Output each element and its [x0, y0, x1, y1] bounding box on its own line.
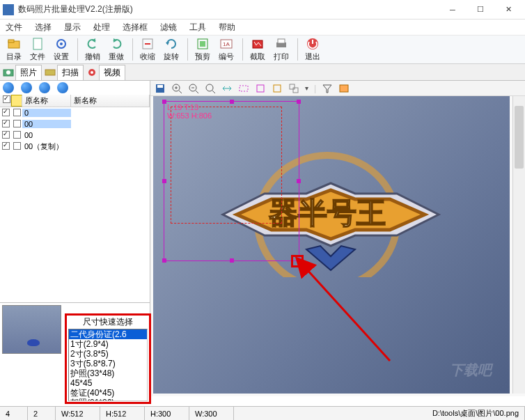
handle-ml[interactable]	[162, 179, 166, 183]
annotation-target-square	[291, 255, 304, 267]
size-item[interactable]: 二代身份证(2.6	[69, 329, 147, 339]
table-row[interactable]: 00	[0, 118, 150, 130]
header-new-name[interactable]: 新名称	[71, 95, 150, 107]
file-table-header: 原名称 新名称	[0, 95, 150, 107]
svg-point-15	[6, 70, 10, 75]
svg-text:1A: 1A	[223, 41, 230, 47]
row-lock[interactable]	[13, 142, 21, 150]
tab-photo[interactable]: 照片	[15, 65, 42, 80]
save-icon[interactable]	[155, 83, 166, 94]
svg-point-4	[60, 42, 63, 45]
row-checkbox[interactable]	[2, 120, 10, 127]
handle-bm[interactable]	[230, 258, 234, 263]
row-checkbox[interactable]	[2, 142, 10, 150]
menu-selbox[interactable]: 选择框	[123, 22, 148, 33]
row-checkbox[interactable]	[2, 131, 10, 139]
size-item[interactable]: 3寸(5.8*8.7)	[69, 359, 147, 368]
svg-point-23	[206, 84, 213, 91]
menu-file[interactable]: 文件	[6, 22, 22, 33]
arrows-h-icon[interactable]	[221, 83, 233, 94]
row-lock[interactable]	[13, 109, 21, 116]
size-item[interactable]: 签证(40*45)	[69, 388, 147, 398]
tab-scan[interactable]: 扫描	[57, 65, 84, 80]
size-quick-select-panel: 尺寸快速选择 二代身份证(2.6 1寸(2.9*4) 2寸(3.8*5) 3寸(…	[65, 313, 151, 404]
lock-column-icon[interactable]	[11, 95, 22, 107]
status-w2: W:300	[189, 407, 234, 420]
tb-directory[interactable]: 目录	[3, 37, 25, 62]
selection-box[interactable]	[164, 101, 299, 261]
canvas-viewport[interactable]: 器半号王 L:19 T:13W:653 H:806 下载吧	[153, 96, 510, 394]
watermark: 下载吧	[450, 361, 492, 380]
tb-settings[interactable]: 设置	[50, 37, 72, 62]
tb-exit[interactable]: 退出	[301, 37, 324, 62]
tb-redo[interactable]: 重做	[105, 37, 127, 62]
crop-b-icon[interactable]	[272, 83, 283, 94]
size-list[interactable]: 二代身份证(2.6 1寸(2.9*4) 2寸(3.8*5) 3寸(5.8*8.7…	[68, 329, 148, 401]
header-old-name[interactable]: 原名称	[22, 95, 71, 107]
select-all-checkbox[interactable]	[3, 95, 10, 103]
minimize-button[interactable]: ─	[439, 1, 467, 18]
handle-tm[interactable]	[230, 100, 234, 104]
size-item[interactable]: 2寸(3.8*5)	[69, 349, 147, 359]
handle-mr[interactable]	[297, 179, 301, 183]
status-selected: 2	[28, 407, 56, 420]
zoom-in-icon[interactable]	[171, 83, 182, 94]
handle-bl[interactable]	[162, 258, 166, 263]
size-item[interactable]: 驾照(21*26)	[69, 398, 147, 401]
svg-rect-24	[240, 86, 248, 91]
nav-next[interactable]	[39, 82, 50, 93]
vertical-scrollbar[interactable]	[512, 96, 525, 394]
image-icon[interactable]	[338, 83, 350, 94]
tb-shrink[interactable]: 收缩	[136, 37, 159, 62]
table-row[interactable]: 00（复制）	[0, 141, 150, 152]
resize-icon[interactable]	[288, 83, 299, 94]
menu-select[interactable]: 选择	[35, 22, 52, 33]
svg-line-32	[306, 269, 390, 361]
size-item[interactable]: 1寸(2.9*4)	[69, 339, 147, 349]
handle-tl[interactable]	[162, 100, 166, 104]
size-item[interactable]: 护照(33*48)	[69, 368, 147, 378]
dropdown-chevron-icon[interactable]: ▾	[305, 84, 308, 92]
handle-tr[interactable]	[297, 100, 301, 104]
tb-number[interactable]: 1A编号	[215, 37, 237, 62]
zoom-out-icon[interactable]	[188, 83, 199, 94]
nav-last[interactable]	[57, 82, 68, 93]
status-path: D:\tools\桌面\图片\00.png	[234, 407, 525, 420]
tb-capture[interactable]: 截取	[246, 37, 269, 62]
tb-rotate[interactable]: 旋转	[160, 37, 182, 62]
video-icon	[86, 68, 97, 77]
row-lock[interactable]	[13, 131, 21, 139]
selection-info: L:19 T:13W:653 H:806	[167, 103, 212, 120]
row-checkbox[interactable]	[2, 109, 10, 116]
row-lock[interactable]	[13, 120, 21, 127]
svg-rect-26	[274, 85, 281, 92]
close-button[interactable]: ✕	[494, 1, 522, 18]
thumbnail-image[interactable]	[2, 305, 61, 354]
menu-process[interactable]: 处理	[93, 22, 110, 33]
camera-icon	[3, 68, 14, 77]
tab-bar: 照片 扫描 视频	[0, 64, 525, 81]
table-row[interactable]: 0	[0, 107, 150, 118]
menu-help[interactable]: 帮助	[219, 22, 235, 33]
tb-print[interactable]: 打印	[270, 37, 292, 62]
nav-first[interactable]	[3, 82, 14, 93]
select-rect-icon[interactable]	[238, 83, 249, 94]
menu-display[interactable]: 显示	[64, 22, 81, 33]
tb-file[interactable]: 文件	[26, 37, 49, 62]
status-count: 4	[0, 407, 28, 420]
svg-rect-28	[293, 88, 298, 93]
file-table-body: 0 00 00 00（复制）	[0, 107, 150, 152]
maximize-button[interactable]: ☐	[467, 1, 494, 18]
zoom-fit-icon[interactable]	[205, 83, 216, 94]
tb-undo[interactable]: 撤销	[81, 37, 104, 62]
nav-prev[interactable]	[21, 82, 32, 93]
svg-point-18	[91, 71, 93, 74]
filter-icon[interactable]	[322, 83, 333, 94]
crop-a-icon[interactable]	[255, 83, 266, 94]
menu-filter[interactable]: 滤镜	[160, 22, 177, 33]
tab-video[interactable]: 视频	[99, 65, 125, 80]
size-item[interactable]: 45*45	[69, 378, 147, 388]
table-row[interactable]: 00	[0, 130, 150, 141]
menu-tool[interactable]: 工具	[189, 22, 206, 33]
tb-preclip[interactable]: 预剪	[191, 37, 214, 62]
